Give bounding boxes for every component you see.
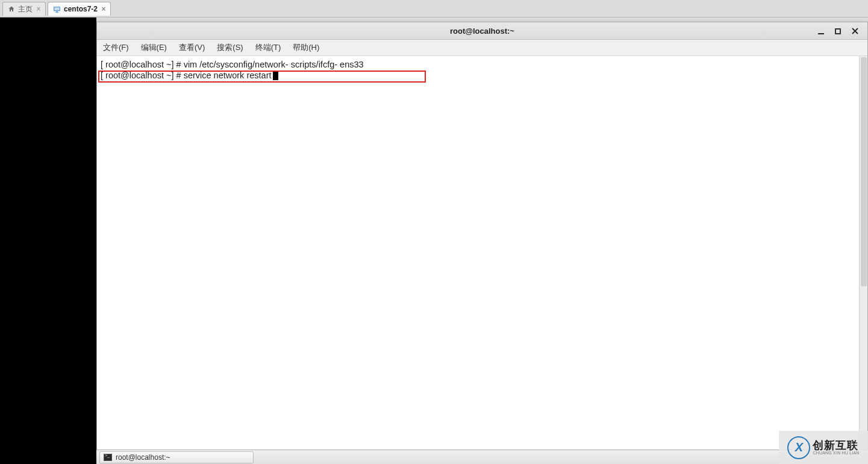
monitor-icon [53, 5, 61, 13]
menubar: 文件(F) 编辑(E) 查看(V) 搜索(S) 终端(T) 帮助(H) [97, 40, 867, 56]
menu-view[interactable]: 查看(V) [176, 41, 207, 54]
terminal-line-2-text: [ root@localhost ~] # service network re… [101, 71, 272, 80]
close-icon[interactable]: × [36, 6, 42, 12]
svg-rect-3 [54, 7, 60, 10]
home-icon [8, 5, 15, 13]
cursor [273, 71, 278, 80]
maximize-button[interactable] [834, 27, 842, 36]
taskbar: root@localhost:~ [96, 450, 868, 464]
tab-bar: 主页 × centos7-2 × [0, 0, 868, 17]
terminal-line-1: [ root@localhost ~] # vim /etc/sysconfig… [101, 59, 864, 70]
vm-desktop: root@localhost:~ 文件(F) 编辑(E) 查看(V) 搜索(S)… [0, 17, 868, 464]
terminal-icon [104, 454, 112, 461]
scrollbar-thumb[interactable] [861, 57, 867, 286]
svg-rect-2 [55, 11, 58, 12]
close-button[interactable] [851, 27, 859, 36]
window-titlebar[interactable]: root@localhost:~ [97, 22, 867, 40]
svg-rect-4 [818, 33, 824, 34]
terminal-line-2: [ root@localhost ~] # service network re… [101, 70, 864, 81]
window-title: root@localhost:~ [450, 27, 514, 36]
menu-edit[interactable]: 编辑(E) [139, 41, 169, 54]
vertical-scrollbar[interactable] [859, 56, 867, 450]
svg-rect-1 [56, 11, 58, 11]
tab-vm-label: centos7-2 [64, 5, 98, 13]
taskbar-app-label: root@localhost:~ [116, 453, 170, 462]
terminal-body[interactable]: [ root@localhost ~] # vim /etc/sysconfig… [97, 56, 867, 450]
menu-help[interactable]: 帮助(H) [290, 41, 322, 54]
window-controls [817, 22, 865, 40]
minimize-button[interactable] [817, 27, 825, 36]
menu-terminal[interactable]: 终端(T) [253, 41, 284, 54]
desktop-left-margin [0, 17, 96, 464]
tab-home-label: 主页 [18, 4, 33, 14]
menu-search[interactable]: 搜索(S) [214, 41, 245, 54]
tab-home[interactable]: 主页 × [2, 2, 46, 16]
menu-file[interactable]: 文件(F) [101, 41, 131, 54]
taskbar-app-terminal[interactable]: root@localhost:~ [99, 451, 254, 463]
terminal-window: root@localhost:~ 文件(F) 编辑(E) 查看(V) 搜索(S)… [96, 22, 868, 451]
tab-vm-centos7-2[interactable]: centos7-2 × [48, 2, 111, 16]
close-icon[interactable]: × [101, 6, 107, 12]
svg-rect-5 [835, 29, 840, 34]
